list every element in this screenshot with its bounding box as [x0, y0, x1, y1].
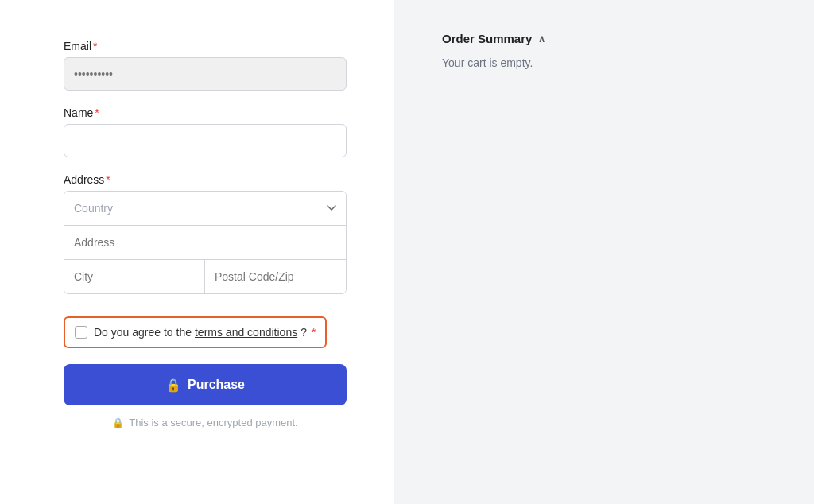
terms-checkbox[interactable] [75, 326, 87, 339]
email-input[interactable] [64, 57, 347, 91]
chevron-up-icon[interactable]: ∧ [538, 33, 545, 45]
address-line-row [64, 226, 346, 260]
email-group: Email* [64, 40, 347, 91]
name-group: Name* [64, 107, 347, 157]
name-input[interactable] [64, 124, 347, 157]
order-summary-panel: Order Summary ∧ Your cart is empty. [394, 0, 814, 504]
country-select[interactable]: Country [64, 192, 346, 225]
terms-wrapper: Do you agree to the terms and conditions… [64, 316, 327, 348]
terms-link[interactable]: terms and conditions [195, 326, 297, 339]
terms-label: Do you agree to the terms and conditions… [94, 326, 316, 339]
name-label: Name* [64, 107, 347, 119]
secure-payment-text: 🔒 This is a secure, encrypted payment. [64, 417, 347, 428]
address-label: Address* [64, 173, 347, 186]
lock-icon: 🔒 [165, 378, 181, 393]
city-input[interactable] [64, 260, 205, 293]
name-required: * [95, 107, 99, 119]
address-group: Address* Country [64, 173, 347, 294]
terms-group: Do you agree to the terms and conditions… [64, 316, 347, 348]
empty-cart-message: Your cart is empty. [442, 56, 766, 69]
purchase-button[interactable]: 🔒 Purchase [64, 364, 347, 405]
order-summary-title: Order Summary [442, 32, 532, 45]
country-row: Country [64, 192, 346, 226]
address-block: Country [64, 191, 347, 294]
zip-input[interactable] [205, 260, 346, 293]
shield-icon: 🔒 [112, 417, 124, 428]
checkout-form: Email* Name* Address* Country [0, 0, 394, 504]
email-label: Email* [64, 40, 347, 52]
address-input[interactable] [64, 226, 346, 259]
order-summary-header: Order Summary ∧ [442, 32, 766, 45]
address-required: * [106, 173, 110, 186]
terms-required: * [312, 326, 316, 339]
email-required: * [93, 40, 97, 52]
city-zip-row [64, 260, 346, 293]
